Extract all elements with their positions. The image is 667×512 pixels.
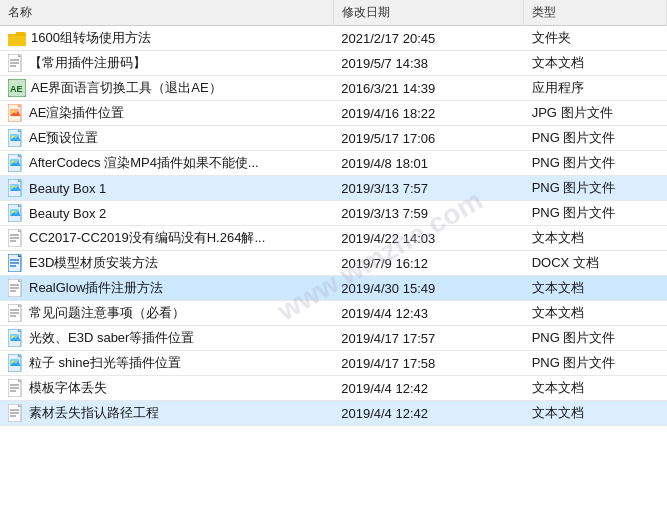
- file-name-cell: E3D模型材质安装方法: [0, 251, 280, 275]
- table-row[interactable]: AfterCodecs 渲染MP4插件如果不能使...2019/4/8 18:0…: [0, 151, 667, 176]
- table-row[interactable]: CC2017-CC2019没有编码没有H.264解...2019/4/22 14…: [0, 226, 667, 251]
- file-type: 文本文档: [524, 226, 667, 251]
- file-type: 文本文档: [524, 376, 667, 401]
- txt-icon: [8, 379, 24, 397]
- png-icon: [8, 179, 24, 197]
- file-type: PNG 图片文件: [524, 126, 667, 151]
- col-type-header[interactable]: 类型: [524, 0, 667, 26]
- table-row[interactable]: E3D模型材质安装方法2019/7/9 16:12DOCX 文档: [0, 251, 667, 276]
- file-type: PNG 图片文件: [524, 351, 667, 376]
- file-type: 文本文档: [524, 301, 667, 326]
- txt-icon: [8, 229, 24, 247]
- table-row[interactable]: 模板字体丢失2019/4/4 12:42文本文档: [0, 376, 667, 401]
- table-row[interactable]: 光效、E3D saber等插件位置2019/4/17 17:57PNG 图片文件: [0, 326, 667, 351]
- png-icon: [8, 329, 24, 347]
- file-name: RealGlow插件注册方法: [29, 279, 163, 297]
- png-icon: [8, 354, 24, 372]
- file-name-cell: RealGlow插件注册方法: [0, 276, 280, 300]
- file-name: 光效、E3D saber等插件位置: [29, 329, 194, 347]
- file-date: 2016/3/21 14:39: [333, 76, 523, 101]
- app-icon: AE: [8, 79, 26, 97]
- table-row[interactable]: 常见问题注意事项（必看）2019/4/4 12:43文本文档: [0, 301, 667, 326]
- file-name-cell: AE渲染插件位置: [0, 101, 280, 125]
- file-date: 2019/4/16 18:22: [333, 101, 523, 126]
- table-row[interactable]: 【常用插件注册码】2019/5/7 14:38文本文档: [0, 51, 667, 76]
- file-name: 1600组转场使用方法: [31, 29, 151, 47]
- file-type: 文本文档: [524, 401, 667, 426]
- file-type: PNG 图片文件: [524, 176, 667, 201]
- col-name-header[interactable]: 名称: [0, 0, 333, 26]
- docx-icon: [8, 254, 24, 272]
- table-row[interactable]: AE渲染插件位置2019/4/16 18:22JPG 图片文件: [0, 101, 667, 126]
- jpg-icon: [8, 104, 24, 122]
- svg-rect-1: [8, 36, 26, 46]
- file-name: AE渲染插件位置: [29, 104, 124, 122]
- file-date: 2019/4/22 14:03: [333, 226, 523, 251]
- file-type: 文本文档: [524, 276, 667, 301]
- file-type: JPG 图片文件: [524, 101, 667, 126]
- file-type: PNG 图片文件: [524, 326, 667, 351]
- col-date-header[interactable]: 修改日期: [333, 0, 523, 26]
- file-name: AE预设位置: [29, 129, 98, 147]
- table-row[interactable]: Beauty Box 22019/3/13 7:59PNG 图片文件: [0, 201, 667, 226]
- file-date: 2019/3/13 7:57: [333, 176, 523, 201]
- file-date: 2019/4/4 12:43: [333, 301, 523, 326]
- table-row[interactable]: AE预设位置2019/5/17 17:06PNG 图片文件: [0, 126, 667, 151]
- file-name: Beauty Box 1: [29, 181, 106, 196]
- file-date: 2019/5/17 17:06: [333, 126, 523, 151]
- file-name-cell: AE AE界面语言切换工具（退出AE）: [0, 76, 280, 100]
- file-type: 文件夹: [524, 26, 667, 51]
- file-date: 2019/4/8 18:01: [333, 151, 523, 176]
- file-name: Beauty Box 2: [29, 206, 106, 221]
- file-date: 2019/5/7 14:38: [333, 51, 523, 76]
- file-date: 2021/2/17 20:45: [333, 26, 523, 51]
- txt-icon: [8, 404, 24, 422]
- txt-icon: [8, 54, 24, 72]
- file-date: 2019/4/4 12:42: [333, 401, 523, 426]
- file-name-cell: AE预设位置: [0, 126, 280, 150]
- file-name: AfterCodecs 渲染MP4插件如果不能使...: [29, 154, 259, 172]
- file-date: 2019/4/30 15:49: [333, 276, 523, 301]
- file-type: 文本文档: [524, 51, 667, 76]
- file-name: 粒子 shine扫光等插件位置: [29, 354, 181, 372]
- file-name: 【常用插件注册码】: [29, 54, 146, 72]
- file-name-cell: 粒子 shine扫光等插件位置: [0, 351, 280, 375]
- file-name-cell: 常见问题注意事项（必看）: [0, 301, 280, 325]
- table-row[interactable]: 粒子 shine扫光等插件位置2019/4/17 17:58PNG 图片文件: [0, 351, 667, 376]
- table-row[interactable]: 1600组转场使用方法2021/2/17 20:45文件夹: [0, 26, 667, 51]
- file-name-cell: 模板字体丢失: [0, 376, 280, 400]
- file-date: 2019/4/4 12:42: [333, 376, 523, 401]
- png-icon: [8, 154, 24, 172]
- table-row[interactable]: Beauty Box 12019/3/13 7:57PNG 图片文件: [0, 176, 667, 201]
- file-name: AE界面语言切换工具（退出AE）: [31, 79, 222, 97]
- file-name-cell: 素材丢失指认路径工程: [0, 401, 280, 425]
- file-name-cell: Beauty Box 2: [0, 201, 280, 225]
- table-row[interactable]: 素材丢失指认路径工程2019/4/4 12:42文本文档: [0, 401, 667, 426]
- file-type: 应用程序: [524, 76, 667, 101]
- file-explorer[interactable]: www.wmzhe.com 名称 修改日期 类型 1600组转场使用方法2021…: [0, 0, 667, 512]
- file-name: 常见问题注意事项（必看）: [29, 304, 185, 322]
- txt-icon: [8, 304, 24, 322]
- file-date: 2019/4/17 17:57: [333, 326, 523, 351]
- file-name: CC2017-CC2019没有编码没有H.264解...: [29, 229, 265, 247]
- file-name-cell: 1600组转场使用方法: [0, 26, 280, 50]
- table-header: 名称 修改日期 类型: [0, 0, 667, 26]
- table-row[interactable]: RealGlow插件注册方法2019/4/30 15:49文本文档: [0, 276, 667, 301]
- file-name: E3D模型材质安装方法: [29, 254, 158, 272]
- file-date: 2019/4/17 17:58: [333, 351, 523, 376]
- file-name-cell: 光效、E3D saber等插件位置: [0, 326, 280, 350]
- txt-icon: [8, 279, 24, 297]
- svg-text:AE: AE: [10, 84, 23, 94]
- file-name-cell: Beauty Box 1: [0, 176, 280, 200]
- file-name-cell: CC2017-CC2019没有编码没有H.264解...: [0, 226, 280, 250]
- file-name-cell: 【常用插件注册码】: [0, 51, 280, 75]
- file-date: 2019/3/13 7:59: [333, 201, 523, 226]
- file-type: DOCX 文档: [524, 251, 667, 276]
- png-icon: [8, 129, 24, 147]
- file-name-cell: AfterCodecs 渲染MP4插件如果不能使...: [0, 151, 280, 175]
- table-row[interactable]: AE AE界面语言切换工具（退出AE）2016/3/21 14:39应用程序: [0, 76, 667, 101]
- file-name: 素材丢失指认路径工程: [29, 404, 159, 422]
- file-table: 名称 修改日期 类型 1600组转场使用方法2021/2/17 20:45文件夹: [0, 0, 667, 426]
- file-type: PNG 图片文件: [524, 151, 667, 176]
- file-date: 2019/7/9 16:12: [333, 251, 523, 276]
